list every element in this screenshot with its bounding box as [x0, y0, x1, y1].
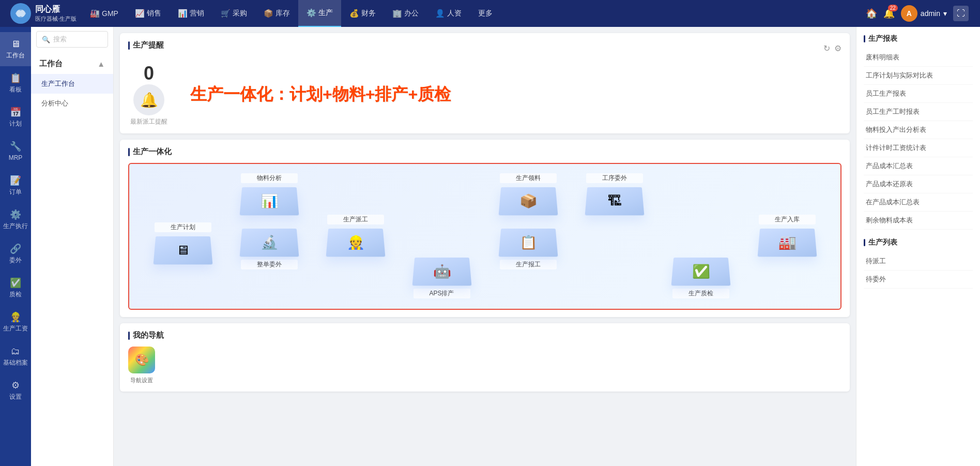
sidebar-item-labor[interactable]: 👷 生产工资 — [0, 305, 31, 339]
nav-office[interactable]: 🏢 办公 — [384, 0, 427, 27]
sidebar-item-kanban[interactable]: 📋 看板 — [0, 66, 31, 100]
integration-title: 生产一体化 — [128, 147, 841, 157]
nav-gmp[interactable]: 🏭 GMP — [82, 0, 127, 27]
node-prod-material[interactable]: 生产领料 📦 — [500, 174, 557, 216]
sidebar-label-quality: 质检 — [9, 291, 22, 299]
sidebar-label-outsource: 委外 — [9, 257, 22, 265]
aps-tile: 🤖 — [412, 258, 471, 285]
production-exec-icon: ⚙️ — [10, 209, 21, 221]
expand-button[interactable]: ⛶ — [953, 6, 969, 21]
sidebar-item-mrp[interactable]: 🔧 MRP — [0, 134, 31, 169]
search-placeholder: 搜索 — [53, 35, 67, 44]
sidebar-item-outsource[interactable]: 🔗 委外 — [0, 237, 31, 271]
material-analysis-tile: 📊 — [239, 187, 299, 215]
sidebar-item-order[interactable]: 📝 订单 — [0, 169, 31, 203]
nav-hr[interactable]: 👤 人资 — [427, 0, 470, 27]
quality-icon: ✅ — [10, 277, 21, 289]
prod-quality-tile: ✅ — [671, 258, 730, 285]
node-prod-plan[interactable]: 生产计划 🖥 — [155, 223, 211, 265]
right-link-product-restore[interactable]: 产品成本还原表 — [864, 175, 973, 193]
node-aps-schedule[interactable]: 🤖 APS排产 — [414, 255, 470, 298]
nav-production[interactable]: ⚙️ 生产 — [298, 0, 341, 27]
nav-settings-item[interactable]: 🎨 导航设置 — [128, 347, 155, 384]
right-link-material-io[interactable]: 物料投入产出分析表 — [864, 121, 973, 139]
submenu-item-prod-workbench[interactable]: 生产工作台 — [31, 74, 113, 94]
reminder-section: 生产提醒 ↻ ⚙ 0 🔔 最新派工提醒 生产一体化：计划+物料+排产+质检 — [120, 33, 850, 133]
right-link-wip-cost[interactable]: 在产品成本汇总表 — [864, 193, 973, 212]
refresh-icon[interactable]: ↻ — [823, 43, 830, 53]
submenu-item-analysis[interactable]: 分析中心 — [31, 94, 113, 113]
search-box[interactable]: 🔍 搜索 — [36, 31, 108, 48]
sidebar-item-workbench[interactable]: 🖥 工作台 — [0, 32, 31, 66]
integration-section: 生产一体化 生产计划 🖥 — [120, 140, 850, 317]
node-material-analysis[interactable]: 物料分析 📊 — [241, 174, 298, 216]
sales-icon: 📈 — [135, 9, 145, 18]
sidebar-label-order: 订单 — [9, 188, 22, 197]
main-layout: 🖥 工作台 📋 看板 📅 计划 🔧 MRP 📝 订单 ⚙️ 生产执行 🔗 委外 — [0, 27, 980, 466]
nav-more[interactable]: 更多 — [470, 0, 501, 27]
right-reports-title: 生产报表 — [864, 34, 973, 43]
sidebar-label-settings: 设置 — [9, 393, 22, 401]
node-label-material-analysis: 物料分析 — [241, 173, 298, 183]
right-list-title: 生产列表 — [864, 238, 973, 247]
sidebar-item-settings[interactable]: ⚙ 设置 — [0, 373, 31, 408]
nav-warehouse[interactable]: 📦 库存 — [255, 0, 298, 27]
user-menu[interactable]: A admin ▾ — [901, 5, 947, 22]
nav-settings-label: 导航设置 — [130, 377, 153, 384]
nav-marketing[interactable]: 📊 营销 — [170, 0, 212, 27]
sidebar-item-quality[interactable]: ✅ 质检 — [0, 271, 31, 305]
sidebar-label-archive: 基础档案 — [3, 359, 28, 367]
node-label-prod-material: 生产领料 — [500, 173, 557, 183]
settings-icon[interactable]: ⚙ — [834, 43, 841, 53]
notification-button[interactable]: 🔔 22 — [883, 8, 895, 19]
home-icon[interactable]: 🏠 — [866, 8, 877, 19]
right-link-process-compare[interactable]: 工序计划与实际对比表 — [864, 67, 973, 85]
node-prod-report-work[interactable]: 📋 生产报工 — [500, 227, 557, 269]
labor-icon: 👷 — [10, 311, 21, 323]
node-label-whole-outsource: 整单委外 — [241, 260, 298, 269]
reminder-header: 生产提醒 ↻ ⚙ — [128, 40, 841, 56]
node-label-prod-instock: 生产入库 — [759, 215, 816, 224]
logo[interactable]: 同心雁 医疗器械·生产版 — [5, 3, 82, 24]
logo-icon — [10, 3, 31, 24]
submenu-header: 工作台 ▲ — [31, 52, 113, 74]
sidebar-item-production-exec[interactable]: ⚙️ 生产执行 — [0, 203, 31, 237]
right-link-pending-dispatch[interactable]: 待派工 — [864, 252, 973, 270]
right-link-pending-outsource[interactable]: 待委外 — [864, 270, 973, 289]
notification-badge: 22 — [888, 5, 898, 11]
collapse-icon[interactable]: ▲ — [97, 59, 105, 68]
node-prod-quality[interactable]: ✅ 生产质检 — [672, 255, 729, 298]
user-avatar: A — [901, 5, 917, 22]
node-process-outsource[interactable]: 工序委外 🏗 — [586, 174, 643, 216]
submenu-title: 工作台 — [39, 59, 63, 69]
office-icon: 🏢 — [392, 9, 402, 18]
right-link-staff-hours[interactable]: 员工生产工时报表 — [864, 103, 973, 121]
node-prod-dispatch[interactable]: 生产派工 👷 — [327, 216, 384, 258]
node-whole-outsource[interactable]: 🔬 整单委外 — [241, 227, 298, 269]
right-link-staff-prod[interactable]: 员工生产报表 — [864, 85, 973, 103]
nav-sales[interactable]: 📈 销售 — [127, 0, 170, 27]
left-sidebar: 🖥 工作台 📋 看板 📅 计划 🔧 MRP 📝 订单 ⚙️ 生产执行 🔗 委外 — [0, 27, 31, 466]
nav-finance[interactable]: 💰 财务 — [341, 0, 384, 27]
promo-text: 生产一体化：计划+物料+排产+质检 — [180, 83, 841, 106]
right-link-remain-material[interactable]: 剩余物料成本表 — [864, 212, 973, 230]
sidebar-item-plan[interactable]: 📅 计划 — [0, 100, 31, 134]
search-icon: 🔍 — [42, 36, 50, 43]
node-prod-instock[interactable]: 生产入库 🏭 — [759, 216, 816, 258]
nav-purchase[interactable]: 🛒 采购 — [212, 0, 255, 27]
bell-icon-area: 🔔 — [133, 84, 164, 115]
nav-settings-icon-box: 🎨 — [128, 347, 155, 373]
workbench-icon: 🖥 — [11, 38, 20, 50]
sidebar-item-archive[interactable]: 🗂 基础档案 — [0, 339, 31, 373]
kanban-icon: 📋 — [10, 72, 21, 84]
order-icon: 📝 — [10, 175, 21, 187]
main-content: 生产提醒 ↻ ⚙ 0 🔔 最新派工提醒 生产一体化：计划+物料+排产+质检 生产… — [114, 27, 856, 466]
prod-material-tile: 📦 — [498, 187, 558, 215]
right-link-piece-time[interactable]: 计件计时工资统计表 — [864, 139, 973, 157]
settings-icon: ⚙ — [11, 380, 20, 392]
sidebar-label-plan: 计划 — [9, 120, 22, 128]
right-link-scrap-detail[interactable]: 废料明细表 — [864, 49, 973, 67]
right-link-product-cost[interactable]: 产品成本汇总表 — [864, 157, 973, 175]
gmp-icon: 🏭 — [90, 9, 100, 18]
logo-text: 同心雁 医疗器械·生产版 — [35, 4, 76, 22]
